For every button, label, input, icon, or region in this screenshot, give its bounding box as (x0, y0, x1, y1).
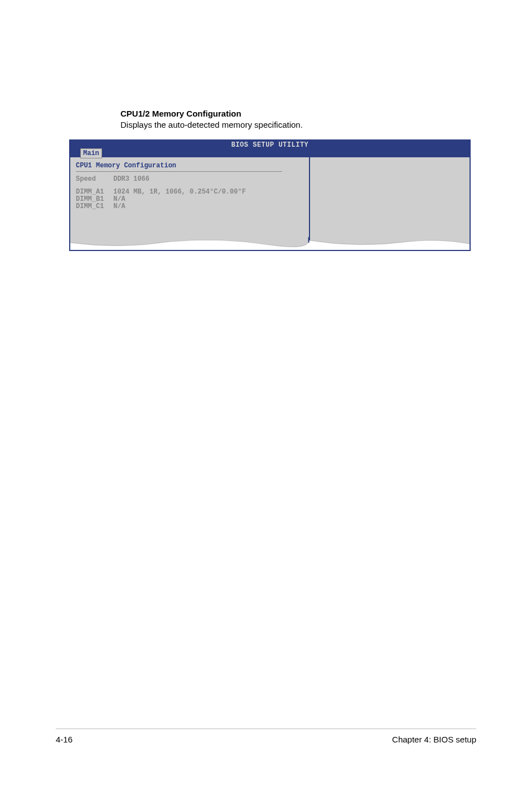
page-number: 4-16 (56, 735, 72, 744)
bios-body: CPU1 Memory Configuration Speed DDR3 106… (70, 157, 470, 250)
chapter-label: Chapter 4: BIOS setup (392, 735, 476, 744)
heading-title: CPU1/2 Memory Configuration (120, 109, 476, 118)
bios-left-panel: CPU1 Memory Configuration Speed DDR3 106… (70, 157, 310, 250)
bios-speed-label: Speed (76, 175, 109, 183)
heading-desc: Displays the auto-detected memory specif… (120, 120, 476, 129)
bios-dimm-value: N/A (113, 202, 125, 210)
bios-right-panel (310, 157, 470, 250)
bios-speed-value: DDR3 1066 (113, 175, 149, 183)
bios-dimm-value: N/A (113, 195, 125, 203)
bios-header: BIOS SETUP UTILITY Main (70, 141, 470, 157)
bios-dimm-row: DIMM_C1 N/A (76, 203, 303, 210)
bios-tab-main: Main (80, 148, 102, 158)
bios-utility-title: BIOS SETUP UTILITY (231, 141, 309, 149)
bios-window: BIOS SETUP UTILITY Main CPU1 Memory Conf… (69, 139, 471, 251)
bios-dimm-value: 1024 MB, 1R, 1066, 0.254°C/0.00°F (113, 188, 246, 196)
page-footer: 4-16 Chapter 4: BIOS setup (56, 729, 476, 744)
bios-speed-row: Speed DDR3 1066 (76, 175, 303, 183)
bios-section-title: CPU1 Memory Configuration (76, 162, 282, 172)
bios-dimm-label: DIMM_C1 (76, 203, 109, 210)
torn-edge-icon (70, 237, 470, 250)
